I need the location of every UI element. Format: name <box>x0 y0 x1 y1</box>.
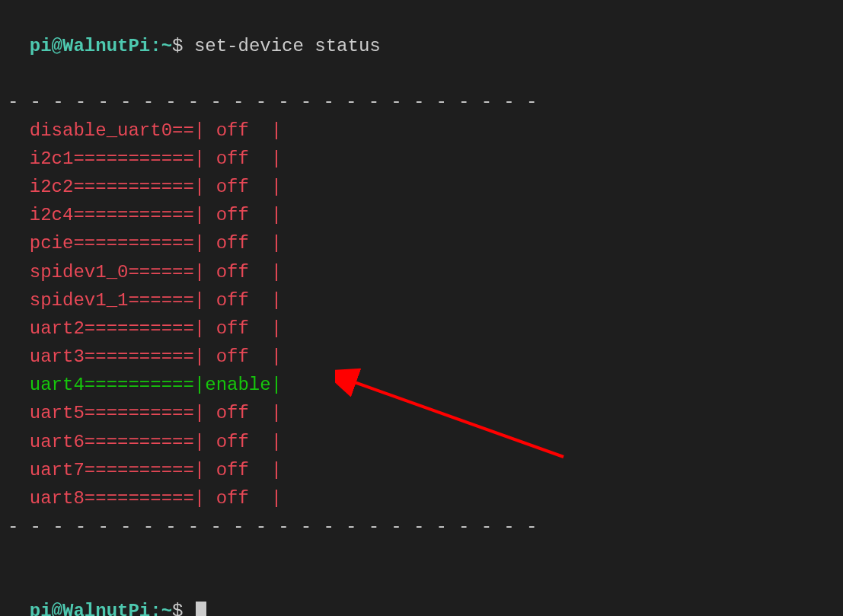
device-label: uart5==========| <box>30 403 205 423</box>
device-status: off | <box>205 403 282 423</box>
prompt-path: ~ <box>161 36 172 56</box>
device-status: off | <box>205 290 282 311</box>
prompt-user-host: pi@WalnutPi <box>30 601 150 616</box>
device-status: enable| <box>205 375 282 395</box>
device-label: pcie===========| <box>30 233 205 254</box>
top-border: - - - - - - - - - - - - - - - - - - - - … <box>8 88 835 116</box>
device-label: uart4==========| <box>30 375 205 395</box>
blank-line-2 <box>8 541 835 568</box>
device-label: disable_uart0==| <box>30 120 205 141</box>
device-label: spidev1_0======| <box>30 262 205 282</box>
device-row: disable_uart0==| off | <box>8 116 835 145</box>
command-prompt-line-2[interactable]: pi@WalnutPi:~$ <box>8 568 835 616</box>
device-row: uart5==========| off | <box>8 399 835 427</box>
command-prompt-line: pi@WalnutPi:~$ set-device status <box>8 4 835 60</box>
device-label: uart2==========| <box>30 318 205 339</box>
device-status: off | <box>205 205 282 225</box>
device-status: off | <box>205 120 282 141</box>
device-status: off | <box>205 488 282 509</box>
prompt-user-host: pi@WalnutPi <box>30 36 150 56</box>
prompt-symbol: $ <box>172 36 183 56</box>
device-label: i2c4===========| <box>30 205 205 225</box>
device-row: uart8==========| off | <box>8 484 835 512</box>
device-row: uart7==========| off | <box>8 456 835 484</box>
device-status: off | <box>205 148 282 169</box>
device-row: uart2==========| off | <box>8 314 835 343</box>
device-status: off | <box>205 262 282 282</box>
bottom-border: - - - - - - - - - - - - - - - - - - - - … <box>8 512 835 541</box>
device-label: i2c1===========| <box>30 148 205 169</box>
device-status: off | <box>205 432 282 452</box>
device-row: i2c4===========| off | <box>8 201 835 229</box>
blank-line <box>8 60 835 88</box>
device-status-list: disable_uart0==| off | i2c1===========| … <box>8 116 835 513</box>
device-label: uart6==========| <box>30 432 205 452</box>
device-row: spidev1_0======| off | <box>8 258 835 286</box>
device-label: i2c2===========| <box>30 177 205 197</box>
device-status: off | <box>205 346 282 367</box>
prompt-symbol: $ <box>172 601 183 616</box>
device-row: uart4==========|enable| <box>8 371 835 399</box>
device-row: uart6==========| off | <box>8 428 835 456</box>
device-label: uart7==========| <box>30 460 205 480</box>
device-label: spidev1_1======| <box>30 290 205 311</box>
device-status: off | <box>205 318 282 339</box>
prompt-path: ~ <box>161 601 172 616</box>
cursor <box>196 602 206 616</box>
device-row: i2c2===========| off | <box>8 173 835 201</box>
device-row: spidev1_1======| off | <box>8 286 835 314</box>
device-status: off | <box>205 177 282 197</box>
device-row: i2c1===========| off | <box>8 145 835 173</box>
command-text: set-device status <box>194 36 381 56</box>
device-row: pcie===========| off | <box>8 229 835 257</box>
device-label: uart8==========| <box>30 488 205 509</box>
device-status: off | <box>205 460 282 480</box>
device-status: off | <box>205 233 282 254</box>
device-row: uart3==========| off | <box>8 343 835 371</box>
device-label: uart3==========| <box>30 346 205 367</box>
